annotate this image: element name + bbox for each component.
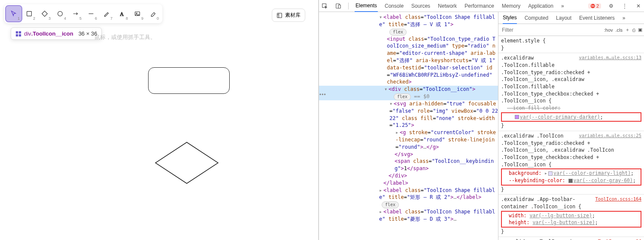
settings-icon[interactable]: ⚙ — [607, 2, 615, 10]
svg-rect-5 — [16, 31, 18, 33]
tab-event-listeners[interactable]: Event Listeners — [579, 12, 615, 24]
key-hint: 3 — [49, 16, 51, 21]
key-hint: 5 — [79, 16, 82, 21]
draw-tool[interactable]: 7 — [99, 6, 114, 21]
square-icon — [25, 10, 33, 18]
cls-toggle[interactable]: .cls — [616, 27, 623, 33]
close-icon[interactable]: ✕ — [635, 2, 642, 10]
svg-rect-8 — [19, 34, 21, 36]
svg-rect-9 — [277, 13, 282, 18]
key-hint: 8 — [126, 16, 128, 21]
style-rule[interactable]: variables.m…ule.scss:25 .excalidraw .Too… — [498, 131, 644, 195]
tab-sources[interactable]: Sources — [410, 0, 431, 12]
line-icon — [87, 10, 95, 18]
tab-computed[interactable]: Computed — [525, 12, 548, 24]
book-icon — [276, 12, 283, 18]
svg-rect-12 — [338, 5, 340, 8]
key-hint: 1 — [18, 16, 20, 21]
pencil-icon — [103, 10, 110, 18]
breakpoint-gutter: ••• — [319, 92, 326, 98]
hov-toggle[interactable]: :hov — [604, 27, 613, 33]
tab-network[interactable]: Network — [437, 0, 458, 12]
styles-panel: Styles Computed Layout Event Listeners »… — [498, 12, 644, 240]
svg-point-4 — [136, 13, 137, 14]
library-button[interactable]: 素材库 — [272, 9, 305, 22]
text-tool[interactable]: A 8 — [114, 6, 130, 21]
eraser-icon — [149, 10, 157, 18]
menu-icon[interactable]: ⋮ — [621, 2, 629, 10]
tab-performance[interactable]: Performance — [464, 0, 495, 12]
selection-tool[interactable]: 1 — [6, 6, 21, 21]
library-label: 素材库 — [285, 12, 301, 19]
svg-text:A: A — [120, 12, 124, 17]
tab-console[interactable]: Console — [384, 0, 404, 12]
ellipse-tool[interactable]: 4 — [52, 6, 68, 21]
diamond-tool[interactable]: 3 — [37, 6, 52, 21]
source-link[interactable]: ToolIcon.scss:164 — [595, 196, 641, 202]
key-hint: 7 — [110, 16, 112, 21]
source-link[interactable]: variables.m…ule.scss:13 — [579, 54, 641, 61]
diamond-icon — [41, 10, 49, 18]
svg-rect-7 — [16, 34, 18, 36]
image-tool[interactable]: 9 — [130, 6, 145, 21]
style-rule[interactable]: variables.m…ule.scss:13 .excalidraw .Too… — [498, 53, 644, 131]
styles-filter-input[interactable] — [500, 26, 601, 34]
canvas-rectangle[interactable] — [148, 67, 230, 94]
print-icon[interactable]: ⎙ — [632, 27, 635, 33]
tab-application[interactable]: Application — [527, 0, 554, 12]
tab-memory[interactable]: Memory — [501, 0, 521, 12]
devtools-header: Elements Console Sources Network Perform… — [319, 0, 644, 12]
device-toggle-icon[interactable] — [334, 2, 342, 10]
element-inspector-tooltip: divdiv.ToolIcon__icon.ToolIcon__icon 36 … — [11, 27, 102, 40]
tab-more[interactable]: » — [560, 0, 565, 12]
key-hint: 0 — [157, 16, 159, 21]
style-rule[interactable]: ToolIcon.scss:36 .excalidraw .ToolIcon__… — [498, 237, 644, 240]
arrow-tool[interactable]: 5 — [68, 6, 83, 21]
line-tool[interactable]: 6 — [83, 6, 99, 21]
style-rule[interactable]: ToolIcon.scss:164 .excalidraw .App-toolb… — [498, 195, 644, 237]
shape-toolbar: 1 2 3 4 5 6 7 A 8 — [4, 4, 162, 23]
tab-styles-more[interactable]: » — [623, 12, 626, 24]
canvas-diamond[interactable] — [155, 141, 219, 184]
tab-styles[interactable]: Styles — [503, 12, 517, 24]
layout-icon — [15, 31, 21, 37]
computed-toggle-icon[interactable]: ▣ — [638, 27, 642, 33]
style-rule[interactable]: element.style {} — [498, 36, 644, 53]
key-hint: 6 — [95, 16, 97, 21]
elements-tree[interactable]: ▾<label class="ToolIcon Shape fillable" … — [319, 12, 498, 240]
arrow-icon — [72, 10, 79, 18]
tab-layout[interactable]: Layout — [556, 12, 571, 24]
svg-point-1 — [58, 12, 63, 16]
circle-icon — [56, 10, 64, 18]
cursor-icon — [10, 10, 18, 18]
text-icon: A — [118, 10, 126, 18]
rectangle-tool[interactable]: 2 — [21, 6, 37, 21]
key-hint: 2 — [33, 16, 35, 21]
svg-rect-6 — [19, 31, 21, 33]
eraser-tool[interactable]: 0 — [145, 6, 161, 21]
key-hint: 9 — [141, 16, 143, 21]
canvas-app: 1 2 3 4 5 6 7 A 8 — [0, 0, 319, 240]
image-icon — [134, 10, 141, 18]
add-rule-icon[interactable]: ＋ — [625, 27, 630, 33]
flex-badge[interactable]: flex — [389, 29, 407, 36]
source-link[interactable]: ToolIcon.scss:36 — [598, 238, 641, 240]
hint-text: 鼠标，或使用抓手工具。 — [94, 33, 156, 41]
error-badge[interactable]: 2 — [588, 3, 601, 9]
inspect-toggle-icon[interactable] — [321, 2, 328, 10]
tab-elements[interactable]: Elements — [355, 0, 378, 12]
key-hint: 4 — [64, 16, 66, 21]
source-link[interactable]: variables.m…ule.scss:25 — [579, 132, 641, 139]
svg-rect-0 — [27, 12, 32, 16]
devtools-panel: Elements Console Sources Network Perform… — [319, 0, 644, 240]
